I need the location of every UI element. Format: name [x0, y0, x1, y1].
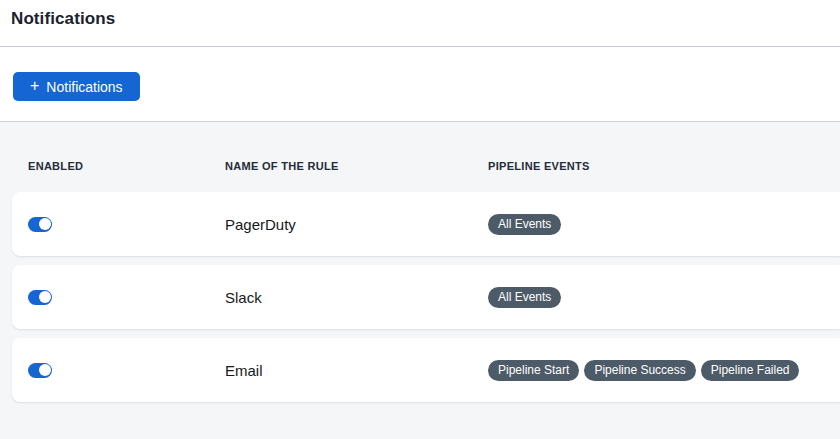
event-badge: Pipeline Failed	[701, 360, 800, 381]
enabled-cell	[28, 363, 225, 378]
toggle-knob	[39, 364, 51, 376]
add-notifications-button[interactable]: + Notifications	[13, 72, 140, 101]
enabled-toggle[interactable]	[28, 290, 52, 305]
enabled-cell	[28, 217, 225, 232]
event-badge: Pipeline Success	[584, 360, 695, 381]
event-badge: Pipeline Start	[488, 360, 579, 381]
add-notifications-label: Notifications	[46, 79, 122, 95]
column-header-rule-name: NAME OF THE RULE	[225, 161, 488, 172]
pipeline-events-cell: Pipeline Start Pipeline Success Pipeline…	[488, 360, 840, 381]
enabled-cell	[28, 290, 225, 305]
toggle-knob	[39, 291, 51, 303]
notification-rule-row[interactable]: PagerDuty All Events	[12, 192, 840, 256]
event-badge: All Events	[488, 214, 561, 235]
table-body: PagerDuty All Events Slack All Events	[0, 192, 840, 402]
header-divider	[0, 46, 840, 47]
rule-name: Email	[225, 362, 488, 379]
toggle-knob	[39, 218, 51, 230]
action-bar: + Notifications	[13, 72, 840, 101]
event-badge: All Events	[488, 287, 561, 308]
page-header: Notifications	[0, 0, 840, 28]
enabled-toggle[interactable]	[28, 217, 52, 232]
table-header-row: ENABLED NAME OF THE RULE PIPELINE EVENTS	[0, 122, 840, 172]
column-header-enabled: ENABLED	[28, 161, 225, 172]
enabled-toggle[interactable]	[28, 363, 52, 378]
rule-name: Slack	[225, 289, 488, 306]
notifications-table-panel: ENABLED NAME OF THE RULE PIPELINE EVENTS…	[0, 121, 840, 439]
pipeline-events-cell: All Events	[488, 214, 840, 235]
pipeline-events-cell: All Events	[488, 287, 840, 308]
plus-icon: +	[30, 78, 39, 94]
column-header-pipeline-events: PIPELINE EVENTS	[488, 161, 840, 172]
page-title: Notifications	[11, 9, 840, 28]
rule-name: PagerDuty	[225, 216, 488, 233]
notification-rule-row[interactable]: Email Pipeline Start Pipeline Success Pi…	[12, 338, 840, 402]
notification-rule-row[interactable]: Slack All Events	[12, 265, 840, 329]
